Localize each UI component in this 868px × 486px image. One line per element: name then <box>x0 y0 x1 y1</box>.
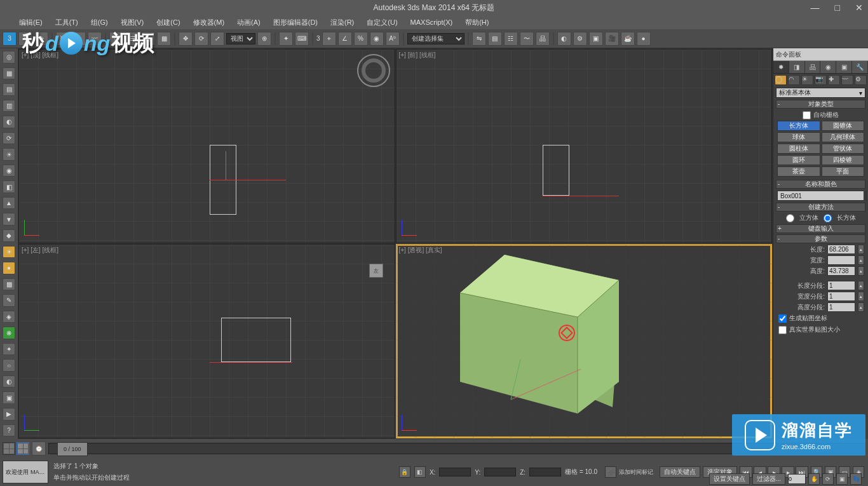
material-editor-button[interactable]: ◐ <box>557 32 571 46</box>
lt-icon-12[interactable]: ◆ <box>3 229 15 242</box>
lock-icon[interactable]: 🔒 <box>399 466 410 478</box>
angle-snap-button[interactable]: ∠ <box>338 32 352 46</box>
menu-create[interactable]: 创建(C) <box>156 18 180 27</box>
rotate-button[interactable]: ⟳ <box>194 32 208 46</box>
primitive-category-select[interactable]: 标准基本体▾ <box>776 88 865 98</box>
lt-icon-6[interactable]: ⟳ <box>3 132 15 145</box>
time-slider[interactable]: 0 / 100 <box>57 442 88 456</box>
create-method-rollout-header[interactable]: -创建方法 <box>776 203 865 212</box>
menu-maxscript[interactable]: MAXScript(X) <box>410 18 453 26</box>
object-type-rollout-header[interactable]: -对象类型 <box>776 100 865 109</box>
menu-tools[interactable]: 工具(T) <box>55 18 78 27</box>
lt-icon-4[interactable]: ▥ <box>3 100 15 112</box>
viewport-perspective[interactable]: [+] [透视] [真实] <box>396 244 773 438</box>
menu-animation[interactable]: 动画(A) <box>237 18 261 27</box>
maximize-button[interactable]: □ <box>835 3 840 13</box>
widseg-spin[interactable]: ▴ <box>858 292 864 301</box>
move-button[interactable]: ✥ <box>179 32 193 46</box>
height-input[interactable] <box>827 266 855 276</box>
lt-icon-19[interactable]: ✦ <box>3 343 15 356</box>
menu-modifiers[interactable]: 修改器(M) <box>193 18 225 27</box>
nav-max[interactable]: ▣ <box>836 473 848 485</box>
box-button[interactable]: 长方体 <box>777 121 820 131</box>
width-seg-input[interactable] <box>827 292 855 301</box>
viewcube-left[interactable]: 左 <box>369 264 383 278</box>
width-spin[interactable]: ▴ <box>858 255 864 265</box>
torus-button[interactable]: 圆环 <box>777 155 820 165</box>
current-frame-input[interactable] <box>788 474 806 484</box>
mirror-button[interactable]: ⇋ <box>472 32 486 46</box>
heiseg-spin[interactable]: ▴ <box>858 302 864 312</box>
nav-walk[interactable]: 👣 <box>850 473 862 485</box>
object-name-input[interactable] <box>777 191 864 201</box>
nav-pan[interactable]: ✋ <box>808 473 820 485</box>
lt-icon-14[interactable]: ● <box>3 262 15 274</box>
cone-button[interactable]: 圆锥体 <box>822 121 865 131</box>
iso-icon[interactable]: ◧ <box>414 466 426 478</box>
lt-icon-15[interactable]: ▩ <box>3 278 15 291</box>
schematic-button[interactable]: 品 <box>536 32 550 46</box>
geosphere-button[interactable]: 几何球体 <box>822 132 865 142</box>
auto-key-button[interactable]: 自动关键点 <box>660 466 700 478</box>
menu-view[interactable]: 视图(V) <box>121 18 144 27</box>
teapot-button[interactable]: 茶壶 <box>777 166 820 177</box>
edit-named-sel-button[interactable]: Aᵇ <box>386 32 400 46</box>
object-color-swatch[interactable] <box>865 191 867 201</box>
lenseg-spin[interactable]: ▴ <box>858 281 864 290</box>
utilities-tab[interactable]: 🔧 <box>852 61 868 73</box>
modify-tab[interactable]: ◨ <box>789 61 805 73</box>
key-filter-button[interactable]: 过滤器... <box>752 473 785 485</box>
coord-z-input[interactable] <box>529 468 561 476</box>
viewcube-top[interactable] <box>356 53 391 88</box>
keyboard-entry-rollout-header[interactable]: +键盘输入 <box>776 224 865 233</box>
viewport-front[interactable]: [+] [前] [线框] <box>396 49 773 243</box>
ref-coord-select[interactable]: 视图 <box>226 33 255 44</box>
lt-icon-9[interactable]: ◧ <box>3 180 15 193</box>
render-frame-button[interactable]: ▣ <box>589 32 603 46</box>
lt-icon-5[interactable]: ◐ <box>3 116 15 128</box>
box-radio[interactable] <box>824 214 832 222</box>
viewport-left[interactable]: [+] [左] [线框] 左 <box>18 244 395 438</box>
lt-icon-3[interactable]: ▤ <box>3 83 15 96</box>
snap-3d-button[interactable]: ⌖ <box>322 32 336 46</box>
window-crossing-button[interactable]: ▦ <box>157 32 171 46</box>
geometry-subtab[interactable]: ◯ <box>775 75 787 85</box>
pivot-button[interactable]: ⊕ <box>257 32 271 46</box>
viewport-top[interactable]: [+] [顶] [线框] <box>18 49 395 243</box>
minimize-button[interactable]: — <box>811 3 820 13</box>
lt-icon-17[interactable]: ◈ <box>3 311 15 323</box>
align-button[interactable]: ▤ <box>488 32 502 46</box>
cameras-subtab[interactable]: 📷 <box>815 75 827 85</box>
layers-button[interactable]: ☷ <box>504 32 518 46</box>
cylinder-button[interactable]: 圆柱体 <box>777 144 820 154</box>
cube-radio[interactable] <box>786 214 794 222</box>
name-color-rollout-header[interactable]: -名称和颜色 <box>776 180 865 189</box>
shapes-subtab[interactable]: ◠ <box>788 75 800 85</box>
width-input[interactable] <box>827 255 855 265</box>
motion-tab[interactable]: ◉ <box>820 61 836 73</box>
viewport-layout-1[interactable] <box>3 442 15 455</box>
render-setup-button[interactable]: ⚙ <box>573 32 587 46</box>
coord-x-input[interactable] <box>439 468 471 476</box>
plane-button[interactable]: 平面 <box>822 166 865 177</box>
pyramid-button[interactable]: 四棱锥 <box>822 155 865 165</box>
helpers-subtab[interactable]: ✚ <box>828 75 840 85</box>
display-tab[interactable]: ▣ <box>836 61 852 73</box>
addtime-icon[interactable]: ➕ <box>605 466 616 478</box>
menu-grapheditors[interactable]: 图形编辑器(D) <box>273 18 318 27</box>
lt-icon-10[interactable]: ▲ <box>3 197 15 210</box>
real-world-checkbox[interactable] <box>778 326 787 334</box>
render-iter-button[interactable]: ☕ <box>621 32 635 46</box>
close-button[interactable]: ✕ <box>855 3 863 13</box>
lt-icon-16[interactable]: ✎ <box>3 294 15 307</box>
menu-rendering[interactable]: 渲染(R) <box>330 18 354 27</box>
scale-button[interactable]: ⤢ <box>210 32 224 46</box>
systems-subtab[interactable]: ⚙ <box>855 75 867 85</box>
menu-edit[interactable]: 编辑(E) <box>19 18 43 27</box>
length-input[interactable] <box>827 245 855 254</box>
lt-icon-20[interactable]: ○ <box>3 359 15 372</box>
render-prod-button[interactable]: 🎥 <box>605 32 619 46</box>
height-seg-input[interactable] <box>827 302 855 312</box>
menu-customize[interactable]: 自定义(U) <box>367 18 397 27</box>
lt-icon-21[interactable]: ◐ <box>3 375 15 388</box>
